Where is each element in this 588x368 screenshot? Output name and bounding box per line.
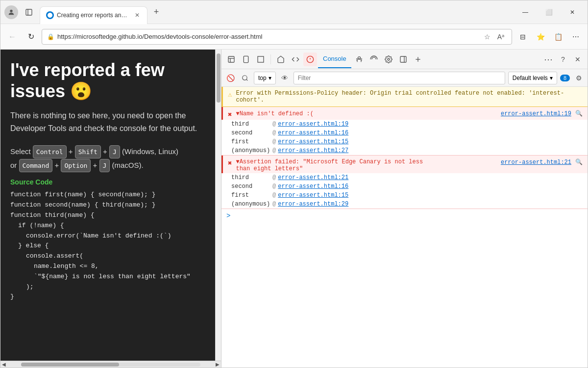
code-line-3: function third(name) { [10,210,211,221]
tab-favicon [46,11,54,19]
dt-more-tools-button[interactable]: ⋯ [541,53,555,66]
scroll-left-arrow[interactable]: ◀ [0,361,7,368]
active-tab[interactable]: Creating error reports and assert ✕ [40,6,147,24]
command-key: Command [19,159,53,172]
url-bar[interactable]: 🔒 https://microsoftedge.github.io/Demos/… [42,29,512,45]
browser-toolbar: ⊟ ⭐ 📋 ⋯ [515,29,584,45]
search-icon-2[interactable]: 🔍 [575,158,583,166]
stack-at-2-1: @ [272,174,276,181]
console-prompt[interactable]: > [221,209,588,223]
webpage-scrollbar[interactable] [215,50,221,361]
favorites-button[interactable]: ⭐ [533,29,548,45]
filter-icon-button[interactable] [239,72,251,84]
error-message-2-header: ✖ ▼Assertion failed: "Microsoft Edge Can… [221,156,588,173]
code-line-2: function second(name) { third(name); } [10,200,211,210]
error-2-title: ▼Assertion failed: "Microsoft Edge Canar… [236,158,494,172]
stack-frame-2-4: (anonymous) @ error-assert.html:29 [221,200,588,209]
stack-file-2-3[interactable]: error-assert.html:15 [278,192,348,199]
webpage-panel: I've reported a few issues 😮 There is no… [0,50,221,361]
collections-button[interactable]: 📋 [550,29,566,45]
eye-filter-button[interactable]: 👁 [279,72,291,84]
dt-code-button[interactable] [289,53,302,66]
dt-bug-button[interactable] [352,53,366,66]
tab-title: Creating error reports and assert [57,12,130,19]
keyboard-instruction: Select Control + Shift + J (Windows, Lin… [10,145,211,173]
code-line-1: function first(name) { second(name); } [10,190,211,200]
tab-close-button[interactable]: ✕ [133,11,141,19]
code-line-5: console.error(`Name isn't defined :(`) [26,231,211,241]
back-button[interactable]: ← [4,29,20,45]
stack-file-1-1[interactable]: error-assert.html:19 [278,121,348,128]
dt-network-button[interactable] [367,53,381,66]
h-scrollbar-track[interactable] [21,363,200,367]
plus2: + [103,147,109,156]
code-line-9: `"${name} is not less than eight letters… [34,272,211,282]
scroll-right-arrow[interactable]: ▶ [214,361,221,368]
close-button[interactable]: ✕ [561,4,584,20]
stack-file-1-3[interactable]: error-assert.html:15 [278,138,348,145]
mac-note: (macOS). [112,161,144,169]
context-selector[interactable]: top ▾ [254,72,276,84]
dt-full-page-button[interactable] [254,53,268,66]
url-actions: ☆ Aᵃ [481,31,507,43]
dt-help-button[interactable]: ? [556,53,570,66]
clear-console-button[interactable]: 🚫 [224,72,236,84]
read-aloud-button[interactable]: Aᵃ [495,31,507,43]
select-label: Select [10,147,33,156]
context-arrow: ▾ [269,75,271,81]
dt-tab-console[interactable]: Console [318,51,351,68]
maximize-button[interactable]: ⬜ [538,4,560,20]
webpage-scroll-thumb[interactable] [217,53,220,103]
console-settings-button[interactable]: ⚙ [573,72,585,84]
split-screen-button[interactable]: ⊟ [515,29,531,45]
levels-arrow: ▾ [550,75,553,81]
error-1-title: ▼Name isn't defined :( [236,110,313,117]
main-area: I've reported a few issues 😮 There is no… [0,50,588,368]
stack-file-1-4[interactable]: error-assert.html:27 [278,147,348,154]
dt-inspect-button[interactable] [224,53,238,66]
stack-at-1-1: @ [272,121,276,128]
error-2-file-link[interactable]: error-assert.html:21 [501,159,571,166]
dt-add-button[interactable] [411,53,425,66]
console-area[interactable]: ⚠ Error with Permissions-Policy header: … [221,87,588,368]
option-key: Option [61,159,91,172]
error-2-file-area: error-assert.html:21 🔍 [501,158,583,166]
browser-window: Creating error reports and assert ✕ + — … [0,0,588,368]
star-button[interactable]: ☆ [481,31,493,43]
browser-more-button[interactable]: ⋯ [568,29,584,45]
error-1-file-link[interactable]: error-assert.html:19 [501,110,571,117]
search-icon-1[interactable]: 🔍 [575,110,583,117]
h-scrollbar-thumb[interactable] [21,363,119,367]
title-bar: Creating error reports and assert ✕ + — … [0,0,588,24]
svg-rect-1 [26,9,32,15]
minimize-button[interactable]: — [514,4,537,20]
sidebar-toggle-button[interactable] [22,5,36,19]
levels-label: Default levels [513,75,548,81]
stack-file-2-1[interactable]: error-assert.html:21 [278,174,348,181]
win-note: (Windows, Linux) [122,147,178,156]
dt-error-button[interactable] [303,53,317,66]
new-tab-button[interactable]: + [149,5,163,19]
levels-selector[interactable]: Default levels ▾ [508,72,557,84]
error-message-2: ✖ ▼Assertion failed: "Microsoft Edge Can… [221,156,588,209]
or-label: or [10,161,19,169]
console-tab-label: Console [323,55,346,62]
dt-home-button[interactable] [274,53,288,66]
dt-settings-gear[interactable] [382,53,395,66]
stack-file-2-4[interactable]: error-assert.html:29 [278,201,348,208]
dt-close-button[interactable]: ✕ [571,53,585,66]
stack-frame-1-4: (anonymous) @ error-assert.html:27 [221,146,588,155]
filter-input[interactable] [294,72,505,84]
svg-point-17 [388,58,390,60]
refresh-button[interactable]: ↻ [23,29,39,45]
code-line-4: if (!name) { [18,221,211,231]
dt-device-button[interactable] [239,53,253,66]
stack-func-1-2: second [231,130,270,136]
stack-file-2-2[interactable]: error-assert.html:16 [278,183,348,190]
error-icon-1: ✖ [228,110,232,119]
dt-panel-button[interactable] [396,53,410,66]
stack-func-2-1: third [231,174,270,181]
stack-file-1-2[interactable]: error-assert.html:16 [278,130,348,136]
profile-button[interactable] [4,5,18,19]
lock-icon: 🔒 [47,33,54,40]
